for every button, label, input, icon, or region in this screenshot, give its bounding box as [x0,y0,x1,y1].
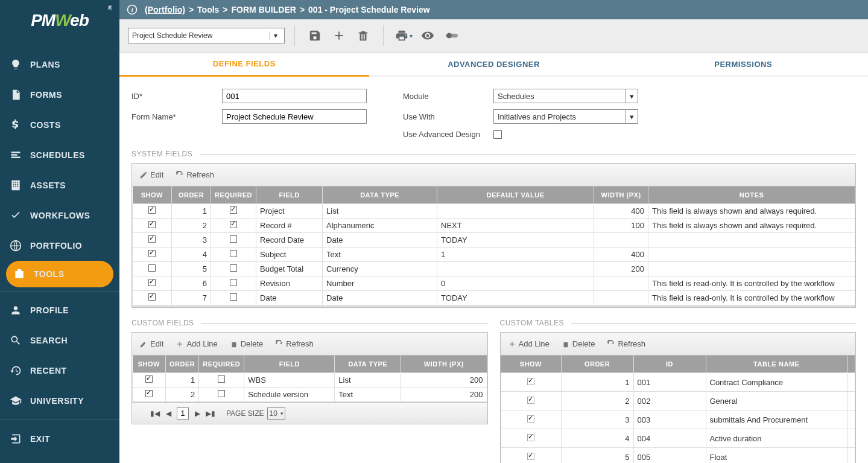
column-header[interactable]: FIELD [256,187,323,204]
sidebar-item-profile[interactable]: PROFILE [0,295,119,325]
edit-button[interactable]: Edit [139,339,163,348]
column-header[interactable]: WIDTH (PX) [401,356,487,373]
usewith-select[interactable]: Initiatives and Projects▾ [493,109,638,124]
sidebar-item-tools[interactable]: TOOLS [6,261,113,287]
print-button[interactable]: ▾ [393,25,414,46]
delete-button[interactable]: Delete [562,339,595,348]
show-checkbox[interactable] [145,390,153,397]
column-header[interactable]: DATA TYPE [335,356,401,373]
table-row[interactable]: 4 SubjectText1400 [133,247,855,262]
column-header[interactable]: REQUIRED [199,356,244,373]
sidebar-item-plans[interactable]: PLANS [0,49,119,80]
required-checkbox[interactable] [230,221,237,228]
formname-field[interactable] [222,109,367,124]
show-checkbox[interactable] [148,293,156,301]
column-header[interactable]: ORDER [166,356,199,373]
addline-button[interactable]: Add Line [508,339,550,348]
tab-advanced-designer[interactable]: ADVANCED DESIGNER [369,53,619,75]
sidebar-item-recent[interactable]: RECENT [0,356,119,386]
save-button[interactable] [305,25,325,46]
tab-define-fields[interactable]: DEFINE FIELDS [119,53,369,77]
tab-permissions[interactable]: PERMISSIONS [618,53,868,75]
column-header[interactable]: ORDER [172,187,211,204]
record-selector[interactable]: Project Schedule Review ▾ [128,28,285,43]
show-checkbox[interactable] [148,264,156,272]
refresh-button[interactable]: Refresh [607,339,645,348]
column-header[interactable]: NOTES [648,187,855,204]
delete-button[interactable] [353,25,373,46]
table-row[interactable]: 3003submittals And Procurement [501,410,855,429]
table-row[interactable]: 5005Float [501,448,855,464]
table-row[interactable]: 8 StatusListPending200This field is read… [133,305,855,308]
required-checkbox[interactable] [230,206,237,214]
table-row[interactable]: 4004Active duration [501,429,855,448]
breadcrumb-tools[interactable]: Tools [197,5,219,14]
breadcrumb-formbuilder[interactable]: FORM BUILDER [232,5,296,14]
pager-first[interactable]: ▮◀ [150,409,160,418]
table-row[interactable]: 5 Budget TotalCurrency200 [133,262,855,276]
breadcrumb-portfolio[interactable]: (Portfolio) [145,5,185,14]
pager-prev[interactable]: ◀ [163,409,173,418]
required-checkbox[interactable] [218,375,225,383]
pager-last[interactable]: ▶▮ [206,409,215,418]
show-checkbox[interactable] [527,453,534,460]
required-checkbox[interactable] [230,264,237,272]
show-checkbox[interactable] [527,415,534,423]
show-checkbox[interactable] [148,279,156,286]
show-checkbox[interactable] [148,235,156,243]
sidebar-item-workflows[interactable]: WORKFLOWS [0,200,119,231]
sidebar-item-university[interactable]: UNIVERSITY [0,386,119,416]
table-row[interactable]: 6 RevisionNumber0This field is read-only… [133,276,855,291]
sidebar-item-costs[interactable]: COSTS [0,110,119,140]
table-row[interactable]: 2 Schedule versionText200 [133,388,487,402]
column-header[interactable]: DEFAULT VALUE [437,187,594,204]
show-checkbox[interactable] [148,250,156,257]
column-header[interactable]: SHOW [133,356,166,373]
delete-button[interactable]: Delete [230,339,264,348]
sidebar-item-portfolio[interactable]: PORTFOLIO [0,231,119,261]
table-row[interactable]: 3 Record DateDateTODAY [133,233,855,247]
show-checkbox[interactable] [148,206,156,214]
column-header[interactable]: ORDER [561,356,633,373]
table-row[interactable]: 2 Record #AlphanumericNEXT100This field … [133,219,855,233]
required-checkbox[interactable] [230,293,237,301]
pager-page[interactable] [177,407,189,420]
id-field[interactable] [222,89,367,103]
show-checkbox[interactable] [527,378,534,385]
show-checkbox[interactable] [148,221,156,228]
addline-button[interactable]: Add Line [176,339,217,348]
column-header[interactable]: FIELD [244,356,335,373]
required-checkbox[interactable] [218,390,225,397]
table-row[interactable]: 1 ProjectList400This field is always sho… [133,204,855,219]
column-header[interactable]: SHOW [133,187,172,204]
refresh-button[interactable]: Refresh [176,170,214,179]
sidebar-item-assets[interactable]: ASSETS [0,170,119,200]
column-header[interactable]: ID [633,356,706,373]
useadv-checkbox[interactable] [493,130,502,139]
column-header[interactable]: DATA TYPE [323,187,437,204]
column-header[interactable]: SHOW [501,356,561,373]
show-checkbox[interactable] [527,434,534,441]
info-icon[interactable]: i [127,4,138,15]
watch-button[interactable] [417,25,438,46]
required-checkbox[interactable] [230,250,237,257]
table-row[interactable]: 7 DateDateTODAYThis field is read-only. … [133,291,855,305]
module-select[interactable]: Schedules▾ [493,89,638,103]
add-button[interactable] [329,25,349,46]
sidebar-item-schedules[interactable]: SCHEDULES [0,140,119,170]
table-row[interactable]: 1 WBSList200 [133,373,487,388]
table-row[interactable]: 2002General [501,392,855,410]
show-checkbox[interactable] [145,375,153,383]
table-row[interactable]: 1001Contract Compliance [501,373,855,392]
column-header[interactable]: WIDTH (PX) [594,187,648,204]
required-checkbox[interactable] [230,235,237,243]
sidebar-item-forms[interactable]: FORMS [0,80,119,110]
column-header[interactable]: TABLE NAME [706,356,847,373]
sidebar-item-search[interactable]: SEARCH [0,325,119,356]
pager-size[interactable]: 10▾ [267,407,285,420]
column-header[interactable]: REQUIRED [211,187,256,204]
edit-button[interactable]: Edit [139,170,163,179]
refresh-button[interactable]: Refresh [275,339,314,348]
required-checkbox[interactable] [230,279,237,286]
toggle-button[interactable] [442,25,462,46]
